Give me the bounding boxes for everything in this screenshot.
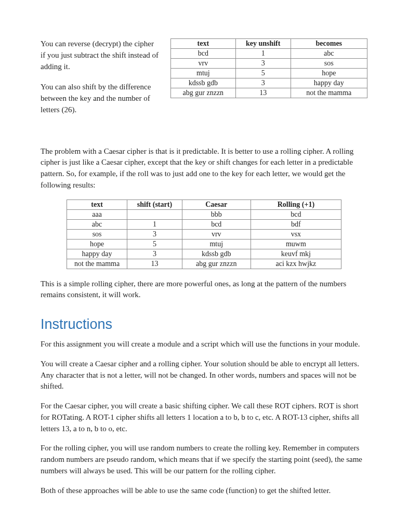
cell: not the mamma [67,259,127,269]
cell: aaa [67,209,127,219]
col-caesar: Caesar [182,200,251,209]
cell: 13 [127,259,182,269]
table-row: kdssb gdb 3 happy day [171,78,367,88]
instructions-heading: Instructions [41,316,367,332]
cell: 5 [235,69,291,78]
cell: bcd [251,209,341,219]
intro-text: You can reverse (decrypt) the cipher if … [41,38,160,125]
table-row: not the mamma 13 abg gur znzzn aci kzx h… [67,259,341,269]
instructions-p4: For the rolling cipher, you will use ran… [41,443,367,476]
table-row: vrv 3 sos [171,59,367,69]
intro-section: You can reverse (decrypt) the cipher if … [41,38,367,125]
cell: abg gur znzzn [171,88,236,98]
table-header-row: text key unshift becomes [171,39,367,49]
cell: hope [291,69,367,78]
intro-paragraph-1: You can reverse (decrypt) the cipher if … [41,38,160,72]
cell: bcd [182,219,251,229]
instructions-p1: For this assignment you will create a mo… [41,339,367,350]
table-row: aaa bbb bcd [67,209,341,219]
unshift-table: text key unshift becomes bcd 1 abc vrv 3… [170,38,367,98]
intro-paragraph-2: You can also shift by the difference bet… [41,82,160,115]
cell: mtuj [182,239,251,249]
cell: aci kzx hwjkz [251,259,341,269]
cell: 1 [235,49,291,59]
table-row: sos 3 vrv vsx [67,229,341,239]
table2-container: text shift (start) Caesar Rolling (+1) a… [67,200,341,269]
cell: bdf [251,219,341,229]
cell: vsx [251,229,341,239]
cell: abc [291,49,367,59]
post-table-paragraph: This is a simple rolling cipher, there a… [41,278,367,301]
col-shift-start: shift (start) [127,200,182,209]
cell: 13 [235,88,291,98]
instructions-p5: Both of these approaches will be able to… [41,485,367,497]
cell: 1 [127,219,182,229]
cell: 3 [235,59,291,69]
cell: muwm [251,239,341,249]
mid-paragraph: The problem with a Caesar cipher is that… [41,146,367,191]
cell: keuvf mkj [251,249,341,259]
cell: sos [291,59,367,69]
cell: bcd [171,49,236,59]
cell: abg gur znzzn [182,259,251,269]
table-row: happy day 3 kdssb gdb keuvf mkj [67,249,341,259]
instructions-p3: For the Caesar cipher, you will create a… [41,401,367,434]
cell [127,209,182,219]
table-row: mtuj 5 hope [171,69,367,78]
cell: vrv [182,229,251,239]
cell: bbb [182,209,251,219]
col-text: text [67,200,127,209]
cell: kdssb gdb [171,78,236,88]
table-header-row: text shift (start) Caesar Rolling (+1) [67,200,341,209]
cell: hope [67,239,127,249]
cell: happy day [291,78,367,88]
cell: 3 [127,249,182,259]
cell: abc [67,219,127,229]
col-becomes: becomes [291,39,367,49]
cell: sos [67,229,127,239]
cell: happy day [67,249,127,259]
cell: kdssb gdb [182,249,251,259]
table-row: abg gur znzzn 13 not the mamma [171,88,367,98]
col-text: text [171,39,236,49]
cell: 5 [127,239,182,249]
cell: not the mamma [291,88,367,98]
table1-container: text key unshift becomes bcd 1 abc vrv 3… [170,38,367,98]
rolling-table: text shift (start) Caesar Rolling (+1) a… [67,200,341,269]
cell: mtuj [171,69,236,78]
document-page: You can reverse (decrypt) the cipher if … [0,0,408,532]
col-key-unshift: key unshift [235,39,291,49]
instructions-p2: You will create a Caesar cipher and a ro… [41,358,367,392]
table-row: abc 1 bcd bdf [67,219,341,229]
table-row: bcd 1 abc [171,49,367,59]
cell: 3 [235,78,291,88]
cell: 3 [127,229,182,239]
cell: vrv [171,59,236,69]
table-row: hope 5 mtuj muwm [67,239,341,249]
col-rolling: Rolling (+1) [251,200,341,209]
